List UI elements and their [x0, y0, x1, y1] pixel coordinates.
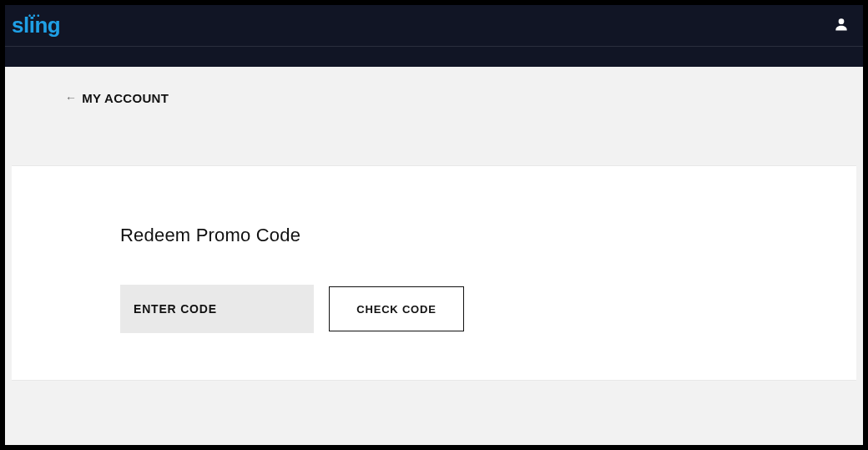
promo-code-input[interactable]	[120, 285, 314, 333]
arrow-left-icon: ←	[65, 91, 77, 104]
page-gap	[5, 132, 863, 165]
check-code-button[interactable]: CHECK CODE	[329, 286, 464, 331]
brand-logo-dots: •••	[28, 12, 41, 20]
promo-code-row: CHECK CODE	[120, 285, 856, 333]
redeem-promo-card: Redeem Promo Code CHECK CODE	[12, 165, 856, 380]
back-link-label: MY ACCOUNT	[82, 91, 169, 105]
app-header: sling •••	[5, 5, 863, 47]
user-account-icon[interactable]	[833, 16, 850, 36]
header-spacer	[5, 47, 863, 67]
breadcrumb-bar: ← MY ACCOUNT	[5, 67, 863, 132]
footer-gap	[12, 380, 856, 438]
brand-logo[interactable]: sling •••	[12, 13, 60, 38]
back-to-my-account[interactable]: ← MY ACCOUNT	[65, 91, 169, 105]
section-title: Redeem Promo Code	[120, 225, 856, 246]
svg-point-0	[839, 18, 845, 24]
